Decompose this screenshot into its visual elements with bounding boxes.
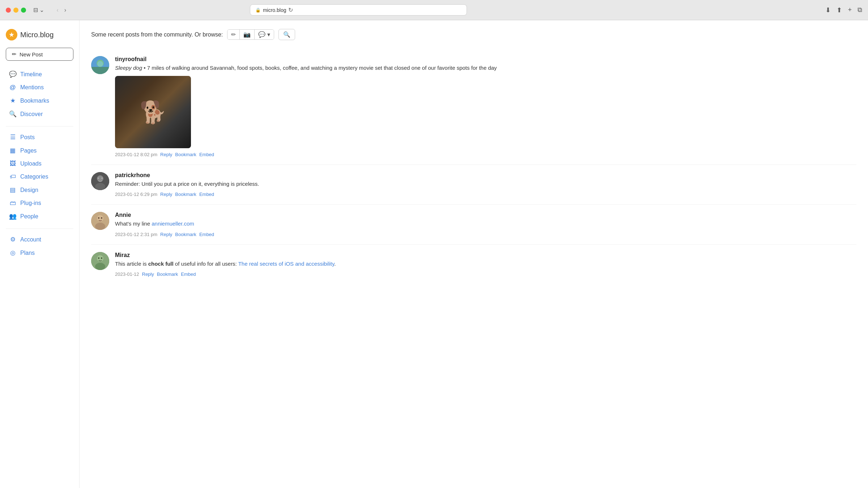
close-button[interactable] (6, 8, 11, 13)
sidebar-item-bookmarks[interactable]: ★ Bookmarks (6, 94, 73, 107)
design-icon: ▤ (9, 186, 17, 194)
tabs-button[interactable]: ⧉ (858, 6, 862, 14)
post-body-tinyroofnail: tinyroofnail Sleepy dog • 7 miles of wal… (115, 56, 856, 157)
post-timestamp-4: 2023-01-12 (115, 271, 139, 277)
edit-icon: ✏ (12, 51, 17, 57)
sidebar-item-uploads[interactable]: 🖼 Uploads (6, 158, 73, 170)
post-username-tinyroofnail[interactable]: tinyroofnail (115, 56, 856, 63)
bookmark-link-2[interactable]: Bookmark (175, 192, 196, 197)
fullscreen-button[interactable] (21, 8, 26, 13)
post-username-annie[interactable]: Annie (115, 212, 856, 218)
browse-button-group: ✏ 📷 💬 ▾ (227, 29, 274, 40)
post-text-tinyroofnail: Sleepy dog • 7 miles of walking around S… (115, 64, 856, 72)
embed-link-1[interactable]: Embed (199, 152, 214, 157)
tertiary-nav: ⚙ Account ◎ Plans (6, 233, 73, 259)
search-button[interactable]: 🔍 (278, 29, 295, 40)
url-display: micro.blog (263, 7, 286, 13)
avatar-patrickrhone[interactable] (91, 172, 109, 190)
sidebar-item-discover[interactable]: 🔍 Discover (6, 108, 73, 120)
post-username-miraz[interactable]: Miraz (115, 252, 856, 258)
annie-link[interactable]: anniemueller.com (152, 221, 194, 227)
new-tab-button[interactable]: + (848, 6, 852, 14)
reload-button[interactable]: ↻ (288, 7, 293, 13)
header-text: Some recent posts from the community. Or… (91, 31, 223, 38)
minimize-button[interactable] (13, 8, 18, 13)
svg-point-8 (101, 177, 103, 179)
bookmark-link-1[interactable]: Bookmark (175, 152, 196, 157)
svg-point-16 (95, 263, 105, 270)
bookmark-link-3[interactable]: Bookmark (175, 232, 196, 237)
avatar-annie[interactable] (91, 212, 109, 230)
sidebar-item-posts[interactable]: ☰ Posts (6, 131, 73, 144)
browse-photo-button[interactable]: 📷 (240, 30, 255, 39)
embed-link-3[interactable]: Embed (199, 232, 214, 237)
new-post-button[interactable]: ✏ New Post (6, 48, 73, 61)
forward-button[interactable]: › (62, 5, 68, 15)
post-meta-tinyroofnail: 2023-01-12 8:02 pm Reply Bookmark Embed (115, 152, 856, 157)
post-text-patrickrhone: Reminder: Until you put a price on it, e… (115, 180, 856, 188)
post-text-miraz: This article is chock full of useful inf… (115, 260, 856, 268)
post-timestamp-1: 2023-01-12 8:02 pm (115, 152, 157, 157)
sidebar-item-account[interactable]: ⚙ Account (6, 233, 73, 246)
post-text-annie: What's my line anniemueller.com (115, 220, 856, 228)
logo-text: Micro.blog (20, 31, 54, 39)
post-tinyroofnail: tinyroofnail Sleepy dog • 7 miles of wal… (91, 49, 856, 165)
logo[interactable]: ★ Micro.blog (6, 29, 73, 40)
post-image-tinyroofnail[interactable] (115, 76, 191, 148)
dog-photo (115, 76, 191, 148)
avatar-miraz[interactable] (91, 252, 109, 270)
back-button[interactable]: ‹ (54, 5, 60, 15)
sidebar-toggle-button[interactable]: ⊟ ⌄ (30, 5, 47, 15)
download-button[interactable]: ⬇ (825, 6, 831, 14)
posts-icon: ☰ (9, 133, 17, 141)
reply-link-4[interactable]: Reply (142, 271, 154, 277)
page-header: Some recent posts from the community. Or… (91, 29, 856, 40)
post-miraz: Miraz This article is chock full of usef… (91, 245, 856, 284)
sidebar-item-design[interactable]: ▤ Design (6, 184, 73, 196)
sidebar-item-timeline[interactable]: 💬 Timeline (6, 68, 73, 81)
post-timestamp-3: 2023-01-12 2:31 pm (115, 232, 157, 237)
sidebar-item-plugins[interactable]: 🗃 Plug-ins (6, 197, 73, 209)
avatar-tinyroofnail[interactable] (91, 56, 109, 74)
lock-icon: 🔒 (255, 8, 261, 13)
bookmark-link-4[interactable]: Bookmark (157, 271, 178, 277)
miraz-link[interactable]: The real secrets of iOS and accessibilit… (238, 261, 335, 267)
sidebar-item-pages[interactable]: ▦ Pages (6, 144, 73, 157)
address-bar[interactable]: 🔒 micro.blog ↻ (250, 4, 467, 16)
svg-point-13 (101, 217, 102, 219)
main-content: Some recent posts from the community. Or… (80, 20, 868, 488)
post-meta-annie: 2023-01-12 2:31 pm Reply Bookmark Embed (115, 232, 856, 237)
browse-pencil-button[interactable]: ✏ (227, 30, 240, 39)
nav-divider-1 (6, 126, 73, 127)
logo-icon: ★ (6, 29, 17, 40)
browser-chrome: ⊟ ⌄ ‹ › 🔒 micro.blog ↻ ⬇ ⬆ + ⧉ (0, 0, 868, 20)
post-body-annie: Annie What's my line anniemueller.com 20… (115, 212, 856, 237)
svg-point-12 (98, 217, 99, 219)
svg-point-18 (101, 257, 102, 259)
svg-point-7 (98, 177, 99, 179)
post-meta-patrickrhone: 2023-01-12 6:29 pm Reply Bookmark Embed (115, 192, 856, 197)
reply-link-2[interactable]: Reply (160, 192, 172, 197)
sidebar-item-people[interactable]: 👥 People (6, 210, 73, 223)
embed-link-4[interactable]: Embed (181, 271, 196, 277)
post-meta-miraz: 2023-01-12 Reply Bookmark Embed (115, 271, 856, 277)
mentions-icon: @ (9, 84, 17, 91)
post-username-patrickrhone[interactable]: patrickrhone (115, 172, 856, 179)
bookmarks-icon: ★ (9, 97, 17, 104)
app-container: ★ Micro.blog ✏ New Post 💬 Timeline @ Men… (0, 20, 868, 488)
nav-controls: ‹ › (54, 5, 68, 15)
plans-icon: ◎ (9, 249, 17, 257)
share-button[interactable]: ⬆ (837, 6, 842, 14)
embed-link-2[interactable]: Embed (199, 192, 214, 197)
pages-icon: ▦ (9, 147, 17, 154)
sidebar-item-plans[interactable]: ◎ Plans (6, 247, 73, 259)
post-annie: Annie What's my line anniemueller.com 20… (91, 205, 856, 245)
reply-link-3[interactable]: Reply (160, 232, 172, 237)
sidebar-item-mentions[interactable]: @ Mentions (6, 81, 73, 94)
discover-icon: 🔍 (9, 110, 17, 118)
secondary-nav: ☰ Posts ▦ Pages 🖼 Uploads 🏷 Categories ▤… (6, 131, 73, 223)
reply-link-1[interactable]: Reply (160, 152, 172, 157)
sidebar-item-categories[interactable]: 🏷 Categories (6, 171, 73, 183)
browse-chat-button[interactable]: 💬 ▾ (255, 30, 273, 39)
browser-actions: ⬇ ⬆ + ⧉ (825, 6, 862, 14)
